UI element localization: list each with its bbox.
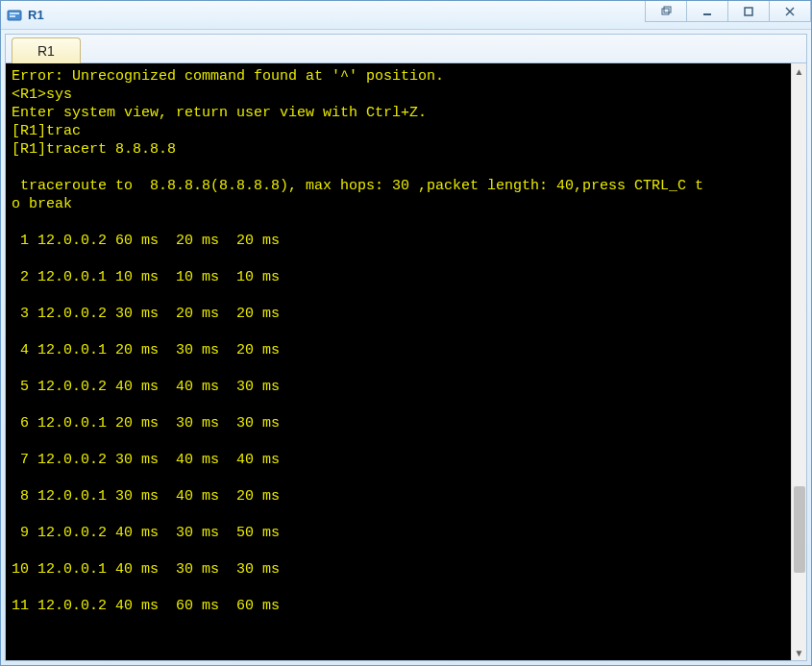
scrollbar[interactable]: ▲ ▼ [791, 63, 806, 660]
window-title: R1 [28, 8, 44, 22]
svg-rect-2 [10, 15, 15, 17]
svg-rect-6 [745, 8, 752, 15]
maximize-button[interactable] [727, 1, 770, 22]
terminal-wrap: Error: Unrecognized command found at '^'… [6, 63, 806, 660]
svg-rect-1 [10, 12, 19, 14]
tab-r1[interactable]: R1 [12, 37, 81, 63]
app-icon [7, 8, 22, 23]
titlebar: R1 [1, 1, 811, 30]
tabstrip: R1 [6, 35, 806, 63]
close-button[interactable] [769, 1, 811, 22]
svg-rect-4 [664, 7, 671, 12]
terminal[interactable]: Error: Unrecognized command found at '^'… [6, 63, 791, 660]
content-area: R1 Error: Unrecognized command found at … [5, 34, 807, 661]
title-buttons [646, 1, 811, 29]
svg-rect-3 [662, 9, 669, 14]
title-left: R1 [7, 8, 44, 23]
app-window: R1 R1 Error: Unrecognized command found … [0, 0, 812, 666]
scroll-up-arrow-icon[interactable]: ▲ [792, 63, 806, 79]
minimize-button[interactable] [686, 1, 728, 22]
scroll-thumb[interactable] [794, 486, 805, 573]
restore-down-button[interactable] [645, 1, 687, 22]
scroll-down-arrow-icon[interactable]: ▼ [792, 645, 806, 660]
